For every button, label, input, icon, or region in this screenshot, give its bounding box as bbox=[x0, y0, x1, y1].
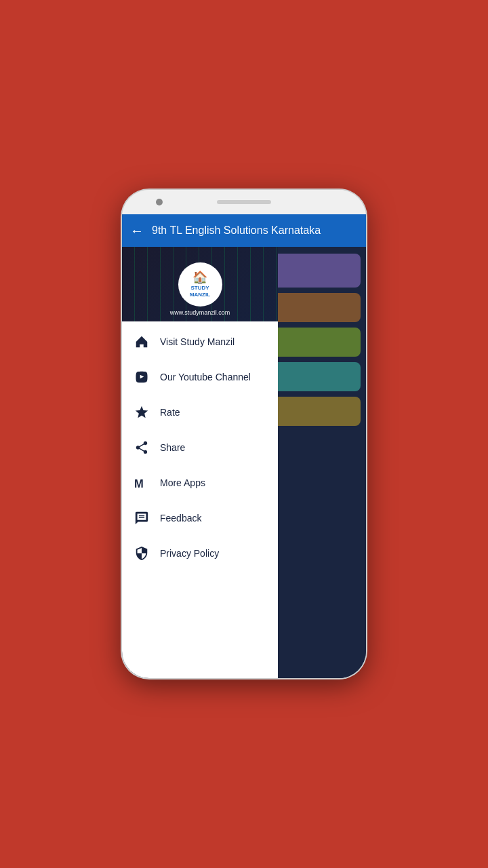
menu-label-privacy: Privacy Policy bbox=[160, 548, 219, 559]
study-manzil-logo: 🏠 STUDY MANZIL bbox=[178, 262, 222, 307]
phone-frame: ← 9th TL English Solutions Karnataka es … bbox=[122, 190, 366, 678]
banner-url: www.studymanzil.com bbox=[122, 309, 278, 316]
menu-label-rate: Rate bbox=[160, 407, 180, 418]
menu-list: Visit Study Manzil Our Youtube Channel bbox=[122, 321, 278, 678]
svg-text:M: M bbox=[134, 477, 144, 490]
menu-item-privacy[interactable]: Privacy Policy bbox=[122, 536, 278, 571]
logo-icon: 🏠 bbox=[192, 271, 207, 285]
navigation-drawer: 🏠 STUDY MANZIL www.studymanzil.com Visit… bbox=[122, 247, 278, 678]
home-icon bbox=[133, 333, 150, 351]
logo-text: STUDY MANZIL bbox=[190, 285, 210, 298]
screen: ← 9th TL English Solutions Karnataka es … bbox=[122, 214, 366, 678]
drawer-banner: 🏠 STUDY MANZIL www.studymanzil.com bbox=[122, 247, 278, 321]
app-title: 9th TL English Solutions Karnataka bbox=[152, 224, 321, 237]
phone-top bbox=[122, 190, 366, 214]
menu-label-share: Share bbox=[160, 442, 185, 453]
back-button[interactable]: ← bbox=[130, 223, 144, 239]
menu-label-youtube: Our Youtube Channel bbox=[160, 372, 251, 382]
star-icon bbox=[133, 403, 150, 421]
menu-item-share[interactable]: Share bbox=[122, 430, 278, 465]
menu-label-visit: Visit Study Manzil bbox=[160, 336, 235, 347]
menu-item-rate[interactable]: Rate bbox=[122, 395, 278, 430]
phone-camera bbox=[156, 199, 163, 205]
youtube-icon bbox=[133, 368, 150, 386]
main-content: es es ding Notes l Book 🏠 STUDY MANZIL w… bbox=[122, 247, 366, 678]
share-icon bbox=[133, 439, 150, 456]
menu-item-feedback[interactable]: Feedback bbox=[122, 500, 278, 536]
feedback-icon bbox=[133, 509, 150, 527]
phone-speaker bbox=[217, 200, 271, 204]
menu-item-more-apps[interactable]: M More Apps bbox=[122, 465, 278, 500]
menu-label-feedback: Feedback bbox=[160, 513, 201, 524]
more-apps-icon: M bbox=[133, 474, 150, 492]
menu-item-youtube[interactable]: Our Youtube Channel bbox=[122, 359, 278, 395]
privacy-icon bbox=[133, 545, 150, 562]
menu-label-more-apps: More Apps bbox=[160, 477, 205, 488]
top-bar: ← 9th TL English Solutions Karnataka bbox=[122, 214, 366, 247]
menu-item-visit[interactable]: Visit Study Manzil bbox=[122, 324, 278, 359]
